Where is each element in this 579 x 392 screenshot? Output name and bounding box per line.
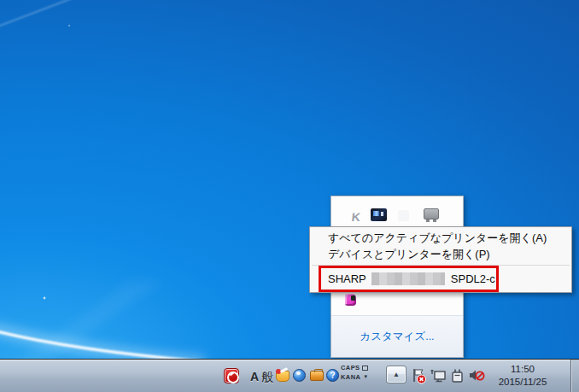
menu-item-sharp-printer[interactable]: SHARP SPDL2-c — [310, 268, 571, 289]
ime-dictionary-icon[interactable] — [293, 369, 306, 382]
caps-indicator: CAPS — [341, 363, 360, 372]
desktop-light-swoosh — [0, 0, 579, 392]
redacted-printer-name — [371, 272, 445, 285]
ime-restore-icon[interactable] — [362, 366, 368, 371]
ime-help-icon[interactable]: ? — [326, 369, 339, 382]
ime-key-status[interactable]: CAPS KANA ▼ — [341, 363, 375, 389]
menu-separator — [312, 265, 570, 266]
antivirus-tray-icon[interactable] — [224, 368, 239, 383]
desktop: K カスタマイズ... すべてのアクティブなプリンターを開く(A) デバイスとプ… — [0, 0, 579, 392]
clock-date: 2015/11/25 — [489, 376, 556, 389]
clock-time: 11:50 — [489, 363, 556, 376]
ime-input-mode-indicator[interactable]: A — [250, 370, 259, 383]
network-status-icon[interactable] — [430, 368, 447, 383]
action-center-flag-icon[interactable] — [412, 368, 426, 384]
inactive-tray-icon[interactable] — [398, 210, 409, 221]
volume-muted-icon[interactable] — [468, 368, 485, 383]
ime-character-tray-icon[interactable] — [345, 294, 356, 306]
display-utility-tray-icon[interactable] — [371, 208, 387, 221]
printer-tray-icon[interactable] — [424, 208, 439, 219]
menu-item-open-active-printers[interactable]: すべてのアクティブなプリンターを開く(A) — [310, 230, 571, 246]
show-desktop-button[interactable] — [570, 360, 579, 392]
printer-context-menu: すべてのアクティブなプリンターを開く(A) デバイスとプリンターを開く(P) S… — [309, 226, 572, 293]
ime-tools-icon[interactable] — [310, 371, 324, 381]
kana-indicator: KANA — [341, 372, 360, 382]
customize-area: カスタマイズ... — [331, 315, 463, 357]
ime-conversion-mode-indicator[interactable]: 般 — [261, 370, 273, 385]
ime-pad-icon[interactable] — [276, 371, 290, 382]
menu-item-open-devices-printers[interactable]: デバイスとプリンターを開く(P) — [310, 246, 571, 262]
taskbar: A 般 ? CAPS KANA ▼ ▲ — [0, 359, 579, 392]
customize-link[interactable]: カスタマイズ... — [360, 330, 434, 344]
printer-name-suffix: SPDL2-c — [451, 272, 495, 285]
overflow-icon-row: K — [331, 208, 463, 225]
kaspersky-tray-icon[interactable]: K — [348, 209, 365, 224]
printer-name-prefix: SHARP — [328, 272, 366, 285]
power-plug-icon[interactable] — [450, 368, 465, 383]
taskbar-clock[interactable]: 11:50 2015/11/25 — [489, 363, 556, 389]
show-hidden-icons-button[interactable]: ▲ — [386, 366, 406, 383]
ime-dropdown-icon[interactable]: ▼ — [363, 372, 368, 382]
